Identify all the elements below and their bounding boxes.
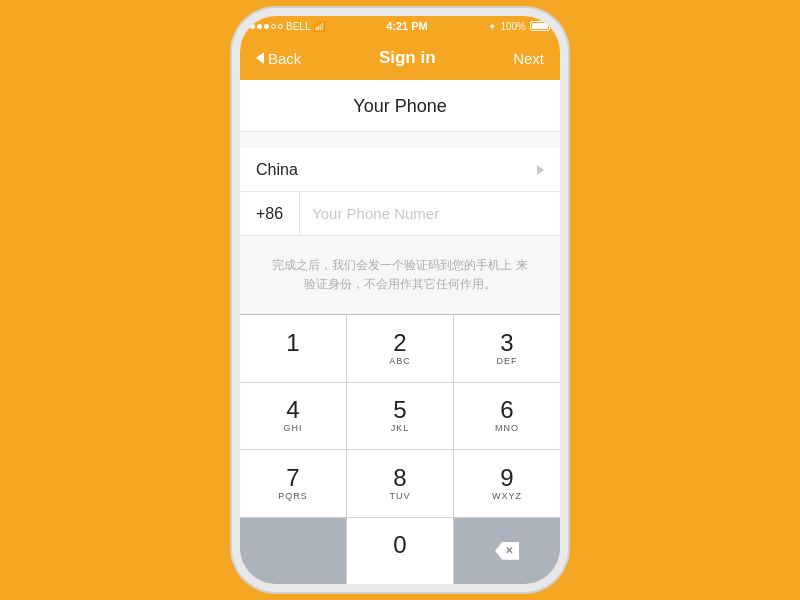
phone-title-section: Your Phone [240, 80, 560, 132]
key-4-letters: GHI [283, 423, 302, 433]
signal-dots [250, 24, 283, 29]
key-9[interactable]: 9 WXYZ [454, 450, 560, 516]
key-8-letters: TUV [390, 491, 411, 501]
key-empty [240, 518, 346, 584]
status-right: ✦ 100% [488, 21, 550, 32]
country-name: China [256, 161, 298, 179]
delete-button[interactable]: ✕ [454, 518, 560, 584]
battery-fill [532, 23, 548, 29]
key-8[interactable]: 8 TUV [347, 450, 453, 516]
key-1[interactable]: 1 [240, 315, 346, 381]
phone-number-placeholder[interactable]: Your Phone Numer [300, 205, 560, 222]
delete-icon: ✕ [495, 542, 519, 560]
key-4[interactable]: 4 GHI [240, 383, 346, 449]
page-title: Your Phone [353, 96, 446, 116]
bluetooth-icon: ✦ [488, 21, 496, 32]
country-selector[interactable]: China [240, 148, 560, 192]
nav-bar: Back Sign in Next [240, 36, 560, 80]
key-2-number: 2 [393, 331, 406, 355]
chevron-right-icon [537, 165, 544, 175]
key-8-number: 8 [393, 466, 406, 490]
status-bar: BELL 📶 4:21 PM ✦ 100% [240, 16, 560, 36]
dot2 [257, 24, 262, 29]
delete-x-icon: ✕ [505, 545, 513, 556]
key-5-number: 5 [393, 398, 406, 422]
back-button[interactable]: Back [256, 50, 301, 67]
wifi-icon: 📶 [313, 21, 325, 32]
content-area: Your Phone China +86 Your Phone Numer 完成… [240, 80, 560, 584]
key-3-letters: DEF [497, 356, 518, 366]
key-6-number: 6 [500, 398, 513, 422]
key-0-number: 0 [393, 533, 406, 557]
key-9-letters: WXYZ [492, 491, 522, 501]
key-2[interactable]: 2 ABC [347, 315, 453, 381]
back-label: Back [268, 50, 301, 67]
key-1-number: 1 [286, 331, 299, 355]
nav-title: Sign in [379, 48, 436, 68]
key-3[interactable]: 3 DEF [454, 315, 560, 381]
dot3 [264, 24, 269, 29]
chevron-left-icon [256, 52, 264, 64]
key-6-letters: MNO [495, 423, 519, 433]
phone-input-row: +86 Your Phone Numer [240, 192, 560, 236]
key-3-number: 3 [500, 331, 513, 355]
key-4-number: 4 [286, 398, 299, 422]
next-button[interactable]: Next [513, 50, 544, 67]
dot1 [250, 24, 255, 29]
key-9-number: 9 [500, 466, 513, 490]
key-0[interactable]: 0 [347, 518, 453, 584]
carrier-label: BELL [286, 21, 310, 32]
battery-icon [530, 21, 550, 31]
status-time: 4:21 PM [386, 20, 428, 32]
key-6[interactable]: 6 MNO [454, 383, 560, 449]
description-section: 完成之后，我们会发一个验证码到您的手机上 来验证身份，不会用作其它任何作用。 [240, 236, 560, 314]
battery-percent: 100% [500, 21, 526, 32]
status-left: BELL 📶 [250, 21, 325, 32]
phone-frame: BELL 📶 4:21 PM ✦ 100% Back Sign in Next … [240, 16, 560, 584]
keypad: 1 2 ABC 3 DEF 4 GHI 5 JKL 6 MNO [240, 314, 560, 584]
key-5-letters: JKL [391, 423, 410, 433]
country-code: +86 [240, 192, 300, 235]
key-5[interactable]: 5 JKL [347, 383, 453, 449]
key-7[interactable]: 7 PQRS [240, 450, 346, 516]
description-text: 完成之后，我们会发一个验证码到您的手机上 来验证身份，不会用作其它任何作用。 [270, 256, 530, 294]
key-7-number: 7 [286, 466, 299, 490]
key-7-letters: PQRS [278, 491, 308, 501]
key-2-letters: ABC [389, 356, 411, 366]
dot4 [271, 24, 276, 29]
dot5 [278, 24, 283, 29]
